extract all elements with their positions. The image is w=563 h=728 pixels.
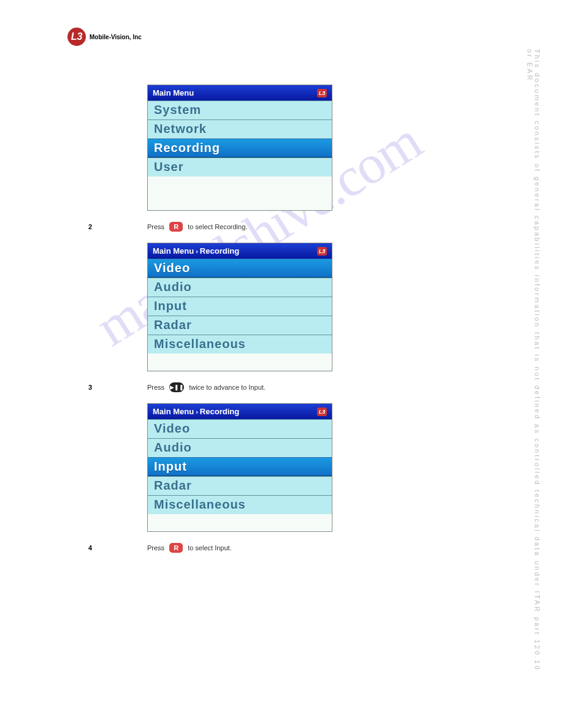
menu-item-video[interactable]: Video [148, 419, 332, 438]
step-prefix: Press [147, 384, 164, 391]
header-logo-icon: L3 [317, 408, 327, 416]
screen-header: Main Menu›Recording L3 [148, 243, 332, 259]
r-button-icon: R [169, 543, 183, 553]
r-button-icon: R [169, 222, 183, 232]
menu-item-user[interactable]: User [148, 157, 332, 176]
play-pause-button-icon: ▶❚❚ [169, 382, 184, 392]
screen-breadcrumb: Main Menu›Recording [153, 246, 239, 256]
logo-company: Mobile-Vision, Inc [90, 34, 142, 40]
screen-empty-area [148, 176, 332, 210]
chevron-right-icon: › [196, 248, 198, 255]
menu-item-video[interactable]: Video [148, 259, 332, 278]
menu-item-radar[interactable]: Radar [148, 316, 332, 335]
screen-empty-area [148, 514, 332, 531]
screen-empty-area [148, 354, 332, 371]
step-text: to select Recording. [188, 223, 247, 230]
menu-item-system[interactable]: System [148, 100, 332, 119]
menu-item-recording[interactable]: Recording [148, 138, 332, 157]
step-2: 2 Press R to select Recording. [147, 222, 331, 232]
menu-item-input[interactable]: Input [148, 297, 332, 316]
menu-item-miscellaneous[interactable]: Miscellaneous [148, 335, 332, 354]
screen-recording-menu-2: Main Menu›Recording L3 Video Audio Input… [147, 403, 332, 532]
menu-item-network[interactable]: Network [148, 119, 332, 138]
step-number: 2 [74, 223, 92, 230]
step-number: 4 [74, 544, 92, 552]
menu-item-audio[interactable]: Audio [148, 438, 332, 457]
menu-item-input[interactable]: Input [148, 457, 332, 476]
menu-item-audio[interactable]: Audio [148, 278, 332, 297]
instruction-column: Main Menu L3 System Network Recording Us… [147, 85, 331, 564]
screen-header: Main Menu›Recording L3 [148, 404, 332, 419]
logo-mark: L3 [67, 28, 86, 46]
header-logo-icon: L3 [317, 89, 327, 97]
screen-recording-menu-1: Main Menu›Recording L3 Video Audio Input… [147, 243, 332, 371]
step-number: 3 [74, 384, 92, 391]
screen-header: Main Menu L3 [148, 85, 332, 100]
chevron-right-icon: › [196, 408, 198, 415]
step-4: 4 Press R to select Input. [147, 543, 331, 553]
step-text: twice to advance to Input. [189, 384, 266, 391]
screen-main-menu: Main Menu L3 System Network Recording Us… [147, 85, 332, 211]
menu-item-miscellaneous[interactable]: Miscellaneous [148, 495, 332, 514]
header-logo-icon: L3 [317, 247, 327, 256]
screen-breadcrumb: Main Menu›Recording [153, 407, 239, 416]
step-text: to select Input. [188, 544, 232, 552]
menu-item-radar[interactable]: Radar [148, 476, 332, 495]
screen-title: Main Menu [153, 88, 194, 97]
export-control-notice: This document consists of general capabi… [526, 49, 541, 680]
step-3: 3 Press ▶❚❚ twice to advance to Input. [147, 382, 331, 392]
brand-logo: L3 Mobile-Vision, Inc [67, 28, 142, 46]
step-prefix: Press [147, 223, 164, 230]
step-prefix: Press [147, 544, 164, 552]
